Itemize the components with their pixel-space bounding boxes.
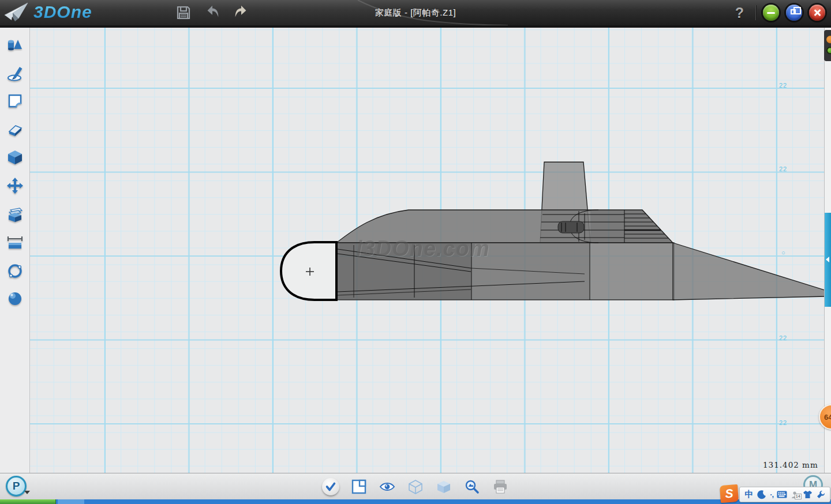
check-icon xyxy=(324,480,337,493)
restore-icon xyxy=(791,9,796,14)
sheet-icon xyxy=(6,92,24,110)
close-icon xyxy=(809,5,825,21)
eye-icon xyxy=(379,482,395,492)
view-plane-button[interactable] xyxy=(350,478,368,495)
user-count-icon[interactable]: 14 xyxy=(791,489,799,501)
toolbar-item-primitives[interactable] xyxy=(5,35,25,55)
redo-button[interactable] xyxy=(231,3,252,22)
p-badge-dropdown-arrow[interactable] xyxy=(24,491,30,494)
stacked-cube-icon xyxy=(6,205,24,224)
ime-punctuation-toggle[interactable]: ·, xyxy=(770,489,773,501)
modeling-canvas[interactable] xyxy=(30,28,824,473)
visibility-button[interactable] xyxy=(379,478,396,495)
titlebar-separator xyxy=(755,5,756,20)
keyboard-icon[interactable] xyxy=(777,489,787,501)
wrench-icon[interactable] xyxy=(817,489,825,501)
titlebar-right-controls: ? xyxy=(731,0,825,25)
minimize-button[interactable] xyxy=(763,5,779,21)
titlebar-swoosh-decoration xyxy=(0,0,831,25)
dimension-icon xyxy=(6,234,24,252)
shaded-cube-icon xyxy=(436,479,451,494)
view-plane-icon xyxy=(351,479,366,494)
titlebar: 3DOne 家庭版 - [阿帕奇.Z1] ? xyxy=(0,0,831,25)
widget-green-dot-icon xyxy=(826,47,831,54)
toolbar-item-special-features[interactable] xyxy=(5,205,25,224)
taskbar-edge xyxy=(0,499,831,504)
titlebar-bottom-edge xyxy=(0,25,831,28)
wireframe-display-button[interactable] xyxy=(407,478,424,495)
close-button[interactable] xyxy=(809,5,825,21)
save-icon xyxy=(175,5,192,21)
ime-logo-letter: S xyxy=(725,487,734,501)
toolbar-item-edit-sketch[interactable] xyxy=(5,91,25,111)
wireframe-cube-icon xyxy=(408,479,423,494)
titlebar-tools xyxy=(173,3,252,22)
taskbar-start-segment xyxy=(0,499,56,504)
zoom-button[interactable] xyxy=(463,478,481,495)
eraser-icon xyxy=(6,121,24,139)
printer-icon xyxy=(493,479,508,494)
right-panel-handle[interactable] xyxy=(825,213,831,307)
confirm-button[interactable] xyxy=(322,478,339,495)
toolbar-item-eraser[interactable] xyxy=(5,120,25,140)
sphere-icon xyxy=(6,289,24,308)
minimize-icon xyxy=(767,12,775,14)
ime-toolbar: 中 ·, 14 xyxy=(739,487,830,502)
toolbar-item-features[interactable] xyxy=(5,148,25,167)
undo-icon xyxy=(203,4,222,21)
skin-shirt-icon[interactable] xyxy=(803,489,813,501)
version-badge-label: 64 xyxy=(824,413,831,422)
panel-expand-arrow-icon xyxy=(826,257,829,262)
profile-p-badge[interactable]: P xyxy=(6,476,27,497)
primitives-icon xyxy=(6,36,24,54)
sketch-pencil-icon xyxy=(6,64,24,82)
help-button[interactable]: ? xyxy=(731,5,748,21)
restore-button[interactable] xyxy=(786,5,802,21)
toolbar-item-curves[interactable] xyxy=(5,261,25,281)
magnifier-icon xyxy=(465,479,480,494)
widget-orange-dot-icon xyxy=(826,36,831,43)
cube-icon xyxy=(6,148,24,167)
toolbar-item-move[interactable] xyxy=(5,176,25,195)
moon-icon[interactable] xyxy=(757,489,766,501)
paper-plane-icon xyxy=(3,1,30,23)
collapsed-view-widget[interactable] xyxy=(824,30,831,61)
app-logo: 3DOne xyxy=(3,1,92,23)
ring-icon xyxy=(6,262,24,280)
shaded-display-button[interactable] xyxy=(435,478,452,495)
save-button[interactable] xyxy=(173,3,194,22)
redo-icon xyxy=(232,4,250,21)
user-count-label: 14 xyxy=(795,494,802,499)
app-name: 3DOne xyxy=(33,2,92,22)
print-button[interactable] xyxy=(492,478,509,495)
toolbar-item-dimension[interactable] xyxy=(5,233,25,253)
ime-logo-button[interactable]: S xyxy=(720,484,739,503)
p-badge-label: P xyxy=(13,480,20,492)
undo-button[interactable] xyxy=(202,3,223,22)
toolbar-item-materials[interactable] xyxy=(5,289,25,309)
ime-language-toggle[interactable]: 中 xyxy=(744,489,753,501)
toolbar-item-sketch[interactable] xyxy=(5,63,25,83)
taskbar-app-segment xyxy=(58,499,84,504)
statusbar-tools xyxy=(322,478,509,495)
move-arrows-icon xyxy=(6,176,24,195)
ime-tray: S 中 ·, 14 xyxy=(720,485,830,502)
measurement-readout: 131.402 mm xyxy=(763,460,818,469)
left-toolbar xyxy=(0,28,30,473)
